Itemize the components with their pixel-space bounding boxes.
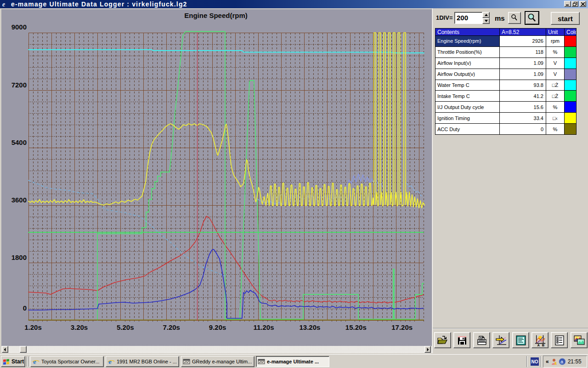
svg-text:B: B: [542, 343, 544, 347]
svg-text:9000: 9000: [11, 23, 27, 31]
svg-text:1800: 1800: [11, 253, 27, 261]
svg-text:3600: 3600: [11, 196, 27, 204]
svg-text:7200: 7200: [11, 81, 27, 89]
svg-text:3.20s: 3.20s: [71, 323, 88, 331]
svg-text:a: a: [560, 359, 564, 364]
svg-text:Engine Speed(rpm): Engine Speed(rpm): [184, 12, 248, 19]
svg-text:e: e: [33, 358, 36, 365]
svg-text:e: e: [2, 1, 5, 8]
svg-text:15.20s: 15.20s: [345, 323, 367, 331]
svg-text:5.20s: 5.20s: [117, 323, 134, 331]
svg-text:5400: 5400: [11, 138, 27, 146]
svg-text:11.20s: 11.20s: [253, 323, 274, 331]
svg-text:17.20s: 17.20s: [391, 323, 413, 331]
svg-text:e: e: [108, 358, 112, 365]
svg-text:0: 0: [23, 304, 27, 312]
svg-text:1.20s: 1.20s: [24, 323, 42, 331]
svg-text:A: A: [537, 343, 540, 347]
svg-text:13.20s: 13.20s: [299, 323, 320, 331]
svg-text:7.20s: 7.20s: [163, 323, 180, 331]
svg-text:9.20s: 9.20s: [209, 323, 226, 331]
